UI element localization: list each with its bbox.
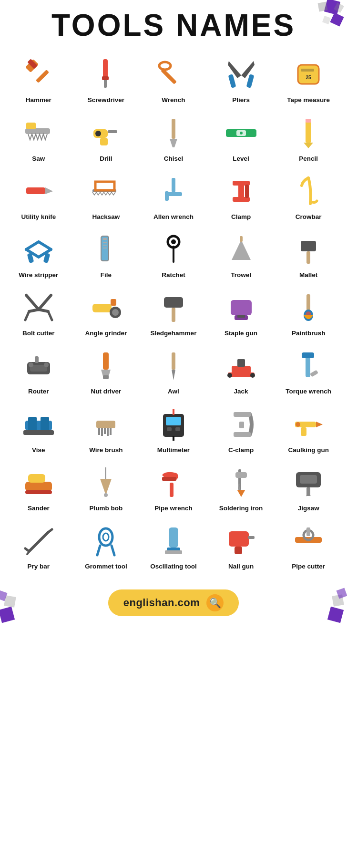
svg-point-24 xyxy=(95,131,101,136)
svg-marker-122 xyxy=(100,479,112,495)
svg-rect-50 xyxy=(103,245,107,246)
tool-item-jack: Jack xyxy=(207,343,275,401)
svg-rect-119 xyxy=(28,474,45,483)
hammer-label: Hammer xyxy=(26,96,51,104)
tool-item-torque-wrench: Torque wrench xyxy=(275,343,342,401)
svg-rect-101 xyxy=(101,428,103,436)
svg-point-138 xyxy=(103,533,109,541)
tool-item-wrench: Wrench xyxy=(140,52,207,110)
svg-rect-131 xyxy=(300,475,317,484)
multimeter-label: Multimeter xyxy=(157,446,190,454)
svg-rect-149 xyxy=(306,527,310,536)
wire-brush-icon xyxy=(87,405,125,444)
torque-wrench-label: Torque wrench xyxy=(286,388,331,395)
pliers-icon xyxy=(222,55,260,93)
grommet-tool-label: Grommet tool xyxy=(85,563,127,570)
tool-item-clamp: Clamp xyxy=(207,168,275,227)
tool-item-saw: Saw xyxy=(5,110,72,168)
tool-item-pliers: Pliers xyxy=(207,52,275,110)
search-icon: 🔍 xyxy=(209,597,221,609)
bolt-cutter-icon xyxy=(20,289,58,327)
allen-wrench-label: Allen wrench xyxy=(153,213,194,221)
tools-grid: HammerScrewdriverWrenchPliers25Tape meas… xyxy=(0,47,347,576)
tool-item-crowbar: Crowbar xyxy=(275,168,342,227)
svg-rect-82 xyxy=(103,352,109,370)
tool-item-oscillating-tool: Oscillating tool xyxy=(140,518,207,576)
svg-line-61 xyxy=(29,310,39,311)
pry-bar-icon xyxy=(20,522,58,560)
svg-rect-103 xyxy=(107,428,109,436)
ratchet-icon xyxy=(154,230,193,269)
svg-line-132 xyxy=(29,532,48,551)
mallet-label: Mallet xyxy=(299,271,317,279)
tool-item-sander: Sander xyxy=(5,460,72,518)
svg-rect-128 xyxy=(235,472,247,478)
tool-item-soldering-iron: Soldering iron xyxy=(207,460,275,518)
svg-rect-104 xyxy=(110,428,112,435)
svg-rect-43 xyxy=(245,185,249,198)
pencil-label: Pencil xyxy=(299,155,318,163)
level-icon xyxy=(222,114,260,152)
svg-rect-69 xyxy=(164,297,183,308)
footer: englishan.com 🔍 xyxy=(0,581,347,625)
oscillating-tool-label: Oscillating tool xyxy=(150,563,197,570)
tape-measure-icon: 25 xyxy=(289,55,327,93)
tool-item-bolt-cutter: Bolt cutter xyxy=(5,285,72,343)
svg-rect-88 xyxy=(232,366,251,373)
tool-item-pipe-wrench: Pipe wrench xyxy=(140,460,207,518)
svg-point-54 xyxy=(171,239,176,244)
wrench-label: Wrench xyxy=(162,96,185,104)
level-label: Level xyxy=(233,155,249,163)
tool-item-awl: Awl xyxy=(140,343,207,401)
screwdriver-icon xyxy=(87,55,125,93)
crowbar-icon xyxy=(289,172,327,210)
svg-point-117 xyxy=(296,422,300,427)
caulking-gun-label: Caulking gun xyxy=(288,446,329,454)
sander-label: Sander xyxy=(28,505,50,512)
tool-item-pencil: Pencil xyxy=(275,110,342,168)
pliers-label: Pliers xyxy=(232,96,250,104)
tool-item-router: Router xyxy=(5,343,72,401)
tool-item-staple-gun: Staple gun xyxy=(207,285,275,343)
jigsaw-icon xyxy=(289,464,327,502)
sledgehammer-label: Sledgehammer xyxy=(151,330,197,337)
trowel-icon xyxy=(222,230,260,269)
svg-rect-70 xyxy=(172,308,175,322)
caulking-gun-icon xyxy=(289,405,327,444)
pipe-cutter-label: Pipe cutter xyxy=(292,563,325,570)
svg-rect-20 xyxy=(26,123,36,129)
svg-rect-120 xyxy=(25,490,52,494)
svg-rect-145 xyxy=(235,547,242,554)
svg-line-140 xyxy=(112,546,114,555)
svg-rect-68 xyxy=(111,299,116,306)
svg-point-123 xyxy=(104,493,108,497)
footer-url: englishan.com xyxy=(123,597,200,609)
trowel-label: Trowel xyxy=(231,271,251,279)
multimeter-icon xyxy=(154,405,193,444)
tool-item-wire-brush: Wire brush xyxy=(72,402,140,460)
svg-rect-79 xyxy=(35,356,39,363)
plumb-bob-icon xyxy=(87,464,125,502)
svg-rect-109 xyxy=(167,427,172,431)
wrench-icon xyxy=(154,55,193,93)
svg-rect-84 xyxy=(103,375,109,379)
tool-item-ratchet: Ratchet xyxy=(140,227,207,285)
svg-rect-13 xyxy=(228,74,236,89)
header: TOOLS NAMES xyxy=(0,0,347,47)
angle-grinder-label: Angle grinder xyxy=(85,330,127,337)
tool-item-hammer: Hammer xyxy=(5,52,72,110)
svg-point-67 xyxy=(112,309,119,316)
tool-item-sledgehammer: Sledgehammer xyxy=(140,285,207,343)
c-clamp-icon xyxy=(222,405,260,444)
svg-point-29 xyxy=(240,132,243,134)
svg-rect-15 xyxy=(298,65,319,84)
svg-rect-74 xyxy=(306,294,310,311)
svg-rect-141 xyxy=(169,527,178,548)
svg-rect-22 xyxy=(108,130,117,133)
tool-item-vise: Vise xyxy=(5,402,72,460)
sander-icon xyxy=(20,464,58,502)
c-clamp-label: C-clamp xyxy=(228,446,254,454)
oscillating-tool-icon xyxy=(154,522,193,560)
footer-search-button[interactable]: 🔍 xyxy=(206,594,224,611)
svg-rect-5 xyxy=(36,70,49,83)
